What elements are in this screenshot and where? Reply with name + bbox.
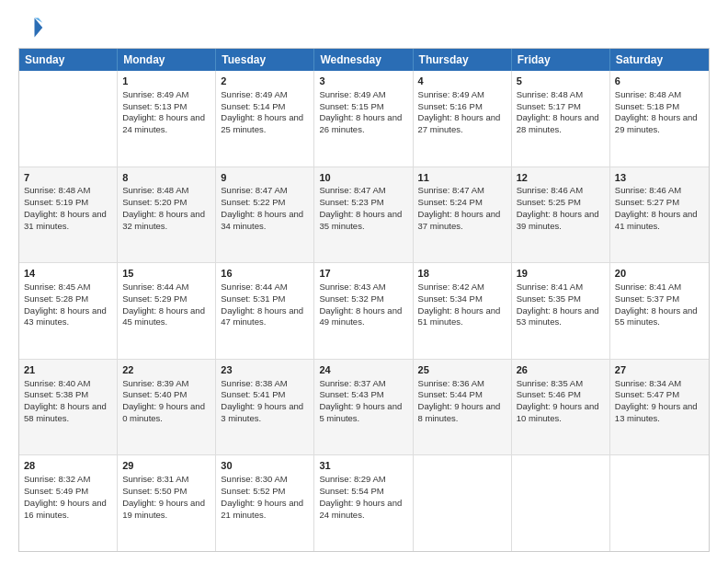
sunset-text: Sunset: 5:32 PM <box>319 293 383 304</box>
header-cell-wednesday: Wednesday <box>314 49 413 71</box>
sunrise-text: Sunrise: 8:41 AM <box>615 282 681 292</box>
daylight-text: Daylight: 8 hours and 26 minutes. <box>319 112 402 134</box>
day-number: 6 <box>615 75 704 88</box>
daylight-text: Daylight: 8 hours and 24 minutes. <box>122 112 205 134</box>
calendar-row-2: 14Sunrise: 8:45 AMSunset: 5:28 PMDayligh… <box>19 263 709 360</box>
daylight-text: Daylight: 8 hours and 28 minutes. <box>517 112 599 134</box>
calendar-cell: 9Sunrise: 8:47 AMSunset: 5:22 PMDaylight… <box>216 167 314 263</box>
daylight-text: Daylight: 9 hours and 21 minutes. <box>221 498 303 520</box>
day-number: 26 <box>517 363 605 377</box>
calendar-cell: 21Sunrise: 8:40 AMSunset: 5:38 PMDayligh… <box>19 360 118 455</box>
day-number: 15 <box>122 267 210 281</box>
header-cell-friday: Friday <box>512 49 610 71</box>
calendar: SundayMondayTuesdayWednesdayThursdayFrid… <box>18 48 710 552</box>
day-number: 10 <box>319 171 407 185</box>
day-number: 21 <box>24 363 112 377</box>
calendar-cell: 16Sunrise: 8:44 AMSunset: 5:31 PMDayligh… <box>216 263 314 359</box>
sunset-text: Sunset: 5:37 PM <box>615 293 679 304</box>
sunrise-text: Sunrise: 8:48 AM <box>615 89 681 99</box>
daylight-text: Daylight: 8 hours and 31 minutes. <box>24 209 107 231</box>
calendar-cell: 11Sunrise: 8:47 AMSunset: 5:24 PMDayligh… <box>414 167 512 263</box>
sunset-text: Sunset: 5:52 PM <box>221 486 285 496</box>
daylight-text: Daylight: 8 hours and 35 minutes. <box>319 209 402 231</box>
daylight-text: Daylight: 8 hours and 49 minutes. <box>319 305 402 327</box>
calendar-row-3: 21Sunrise: 8:40 AMSunset: 5:38 PMDayligh… <box>19 360 709 456</box>
calendar-cell: 15Sunrise: 8:44 AMSunset: 5:29 PMDayligh… <box>118 263 216 359</box>
sunset-text: Sunset: 5:41 PM <box>221 389 285 399</box>
day-number: 23 <box>221 363 309 377</box>
calendar-cell: 2Sunrise: 8:49 AMSunset: 5:14 PMDaylight… <box>216 71 314 167</box>
day-number: 28 <box>24 459 112 473</box>
calendar-row-4: 28Sunrise: 8:32 AMSunset: 5:49 PMDayligh… <box>19 455 709 551</box>
sunrise-text: Sunrise: 8:44 AM <box>221 282 287 292</box>
calendar-cell: 3Sunrise: 8:49 AMSunset: 5:15 PMDaylight… <box>314 71 413 167</box>
day-number: 12 <box>517 171 605 185</box>
sunset-text: Sunset: 5:49 PM <box>24 486 88 496</box>
day-number: 27 <box>615 363 704 377</box>
sunset-text: Sunset: 5:22 PM <box>221 197 285 207</box>
sunset-text: Sunset: 5:44 PM <box>418 389 483 399</box>
sunrise-text: Sunrise: 8:47 AM <box>221 185 287 195</box>
calendar-cell: 29Sunrise: 8:31 AMSunset: 5:50 PMDayligh… <box>118 455 216 551</box>
sunset-text: Sunset: 5:34 PM <box>418 293 483 304</box>
daylight-text: Daylight: 8 hours and 39 minutes. <box>517 209 599 231</box>
sunrise-text: Sunrise: 8:45 AM <box>24 282 90 292</box>
day-number: 1 <box>122 75 210 88</box>
sunrise-text: Sunrise: 8:36 AM <box>418 378 484 388</box>
sunrise-text: Sunrise: 8:49 AM <box>221 89 287 99</box>
calendar-cell: 22Sunrise: 8:39 AMSunset: 5:40 PMDayligh… <box>118 360 216 455</box>
sunrise-text: Sunrise: 8:48 AM <box>24 185 90 195</box>
daylight-text: Daylight: 8 hours and 43 minutes. <box>24 305 107 327</box>
header-cell-monday: Monday <box>118 49 216 71</box>
day-number: 5 <box>517 75 605 88</box>
calendar-header: SundayMondayTuesdayWednesdayThursdayFrid… <box>19 49 709 71</box>
sunrise-text: Sunrise: 8:46 AM <box>517 185 583 195</box>
calendar-cell: 26Sunrise: 8:35 AMSunset: 5:46 PMDayligh… <box>512 360 610 455</box>
daylight-text: Daylight: 9 hours and 3 minutes. <box>221 401 303 423</box>
sunrise-text: Sunrise: 8:49 AM <box>122 89 188 99</box>
daylight-text: Daylight: 9 hours and 24 minutes. <box>319 498 402 520</box>
day-number: 2 <box>221 75 309 88</box>
daylight-text: Daylight: 8 hours and 34 minutes. <box>221 209 303 231</box>
calendar-cell: 23Sunrise: 8:38 AMSunset: 5:41 PMDayligh… <box>216 360 314 455</box>
calendar-cell: 24Sunrise: 8:37 AMSunset: 5:43 PMDayligh… <box>314 360 413 455</box>
sunrise-text: Sunrise: 8:42 AM <box>418 282 484 292</box>
calendar-cell: 13Sunrise: 8:46 AMSunset: 5:27 PMDayligh… <box>610 167 709 263</box>
sunset-text: Sunset: 5:27 PM <box>615 197 679 207</box>
calendar-cell: 17Sunrise: 8:43 AMSunset: 5:32 PMDayligh… <box>314 263 413 359</box>
header-cell-tuesday: Tuesday <box>216 49 314 71</box>
daylight-text: Daylight: 9 hours and 5 minutes. <box>319 401 402 423</box>
sunset-text: Sunset: 5:43 PM <box>319 389 383 399</box>
sunrise-text: Sunrise: 8:30 AM <box>221 474 287 484</box>
day-number: 16 <box>221 267 309 281</box>
daylight-text: Daylight: 9 hours and 10 minutes. <box>517 401 599 423</box>
sunset-text: Sunset: 5:13 PM <box>122 101 187 111</box>
day-number: 29 <box>122 459 210 473</box>
calendar-cell: 18Sunrise: 8:42 AMSunset: 5:34 PMDayligh… <box>414 263 512 359</box>
sunset-text: Sunset: 5:17 PM <box>517 101 581 111</box>
daylight-text: Daylight: 8 hours and 51 minutes. <box>418 305 501 327</box>
day-number: 4 <box>418 75 506 88</box>
calendar-cell: 14Sunrise: 8:45 AMSunset: 5:28 PMDayligh… <box>19 263 118 359</box>
calendar-cell <box>610 455 709 551</box>
calendar-cell: 25Sunrise: 8:36 AMSunset: 5:44 PMDayligh… <box>414 360 512 455</box>
sunset-text: Sunset: 5:15 PM <box>319 101 383 111</box>
sunset-text: Sunset: 5:16 PM <box>418 101 483 111</box>
day-number: 25 <box>418 363 506 377</box>
calendar-cell: 5Sunrise: 8:48 AMSunset: 5:17 PMDaylight… <box>512 71 610 167</box>
daylight-text: Daylight: 8 hours and 29 minutes. <box>615 112 698 134</box>
sunrise-text: Sunrise: 8:49 AM <box>418 89 484 99</box>
day-number: 31 <box>319 459 407 473</box>
day-number: 11 <box>418 171 506 185</box>
sunrise-text: Sunrise: 8:44 AM <box>122 282 188 292</box>
sunset-text: Sunset: 5:47 PM <box>615 389 679 399</box>
page-header <box>18 15 710 40</box>
sunrise-text: Sunrise: 8:48 AM <box>122 185 188 195</box>
daylight-text: Daylight: 8 hours and 58 minutes. <box>24 401 107 423</box>
day-number: 24 <box>319 363 407 377</box>
daylight-text: Daylight: 8 hours and 55 minutes. <box>615 305 698 327</box>
sunset-text: Sunset: 5:25 PM <box>517 197 581 207</box>
sunset-text: Sunset: 5:38 PM <box>24 389 88 399</box>
calendar-cell: 19Sunrise: 8:41 AMSunset: 5:35 PMDayligh… <box>512 263 610 359</box>
calendar-body: 1Sunrise: 8:49 AMSunset: 5:13 PMDaylight… <box>19 71 709 551</box>
